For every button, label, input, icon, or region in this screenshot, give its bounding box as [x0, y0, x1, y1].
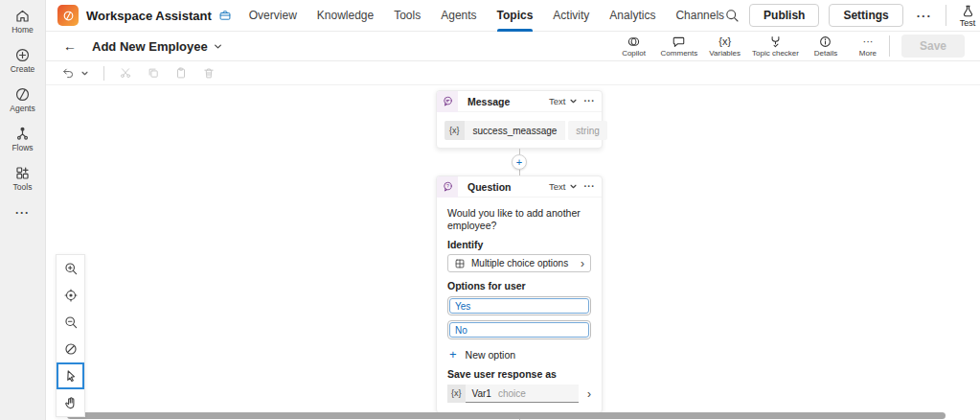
tab-tools[interactable]: Tools	[394, 0, 421, 32]
tab-topics[interactable]: Topics	[497, 0, 534, 32]
zoom-in-button[interactable]	[57, 255, 84, 282]
message-type-dropdown[interactable]: Text	[549, 96, 577, 106]
question-type-dropdown[interactable]: Text	[549, 181, 577, 192]
copy-button[interactable]	[147, 66, 160, 80]
message-node[interactable]: Message Text ··· {x} success_meassage st…	[436, 90, 603, 149]
tab-channels[interactable]: Channels	[675, 0, 724, 32]
chevron-down-icon	[569, 182, 578, 191]
option-field-wrap	[447, 296, 591, 315]
tab-knowledge[interactable]: Knowledge	[317, 0, 374, 32]
message-node-menu-button[interactable]: ···	[578, 96, 603, 106]
identify-select-field[interactable]: Multiple choice options ›	[447, 254, 591, 272]
test-bot-button[interactable]: Test	[956, 4, 980, 28]
save-button[interactable]: Save	[901, 35, 965, 58]
paste-icon	[174, 66, 188, 80]
chevron-right-icon[interactable]: ›	[587, 388, 591, 400]
comment-icon	[672, 35, 686, 49]
cmdbar-more-button[interactable]: ··· More	[847, 33, 889, 59]
chevron-down-icon[interactable]	[214, 42, 222, 51]
select-tool-button[interactable]	[57, 362, 84, 389]
variables-icon: {x}	[718, 35, 731, 49]
zoom-out-icon	[63, 315, 79, 330]
flows-icon	[14, 126, 31, 142]
message-icon	[437, 91, 458, 112]
info-icon	[818, 35, 832, 49]
tools-icon	[14, 165, 31, 181]
topbar-more-button[interactable]: ···	[913, 9, 936, 23]
tab-activity[interactable]: Activity	[553, 0, 589, 32]
option-input-yes[interactable]	[449, 298, 589, 314]
zoom-out-button[interactable]	[57, 309, 84, 336]
divider	[946, 5, 946, 26]
rail-item-create[interactable]: Create	[2, 43, 44, 76]
rail-item-label: Create	[11, 64, 35, 74]
undo-button[interactable]	[61, 66, 75, 80]
question-node-header[interactable]: ? Question Text ···	[437, 176, 602, 198]
options-for-user-label: Options for user	[447, 280, 591, 292]
topic-canvas[interactable]: Message Text ··· {x} success_meassage st…	[46, 85, 980, 420]
add-node-button[interactable]: +	[512, 154, 527, 170]
tab-agents[interactable]: Agents	[441, 0, 476, 32]
rail-more-button[interactable]: ···	[15, 206, 30, 220]
rail-item-label: Flows	[11, 143, 33, 152]
rail-item-label: Agents	[10, 104, 34, 113]
comments-button[interactable]: Comments	[655, 33, 704, 59]
agents-icon	[14, 86, 31, 103]
minimap-toggle-button[interactable]	[57, 336, 84, 362]
message-variable-chip[interactable]: {x} success_meassage string	[444, 121, 607, 140]
variable-name: success_meassage	[465, 121, 566, 140]
search-button[interactable]	[724, 8, 740, 23]
connector: +	[436, 149, 603, 175]
question-node-title: Question	[467, 181, 512, 193]
edit-toolbar	[46, 61, 980, 85]
delete-button[interactable]	[202, 66, 216, 80]
rail-item-flows[interactable]: Flows	[2, 122, 44, 154]
back-button[interactable]: ←	[61, 38, 79, 54]
pan-tool-button[interactable]	[57, 389, 84, 416]
home-icon	[14, 8, 31, 24]
topic-title: Add New Employee	[92, 39, 208, 54]
plus-icon: +	[449, 348, 457, 361]
environment-badge-icon	[218, 9, 232, 22]
question-node-menu-button[interactable]: ···	[578, 181, 603, 192]
left-nav-rail: Home Create Agents Flows Tools ···	[0, 0, 46, 420]
copilot-icon	[627, 35, 641, 49]
tab-overview[interactable]: Overview	[249, 0, 297, 32]
scissors-icon	[119, 66, 132, 80]
flow-column: Message Text ··· {x} success_meassage st…	[436, 90, 603, 420]
publish-button[interactable]: Publish	[749, 4, 819, 27]
tab-analytics[interactable]: Analytics	[609, 0, 655, 32]
new-option-button[interactable]: + New option	[447, 348, 515, 361]
settings-button[interactable]: Settings	[829, 4, 902, 27]
copilot-button[interactable]: Copilot	[613, 33, 655, 59]
rail-item-home[interactable]: Home	[2, 4, 44, 36]
rail-item-tools[interactable]: Tools	[2, 161, 44, 194]
main-tabs: Overview Knowledge Tools Agents Topics A…	[249, 0, 724, 32]
top-bar: Workspace Assistant Overview Knowledge T…	[46, 0, 980, 32]
cut-button[interactable]	[119, 66, 132, 80]
response-variable-field[interactable]: {x} Var1 choice	[447, 385, 579, 403]
undo-chevron-icon[interactable]	[80, 69, 89, 78]
message-node-header[interactable]: Message Text ···	[437, 91, 602, 112]
question-text[interactable]: Would you like to add another employee?	[447, 198, 591, 231]
question-node[interactable]: ? Question Text ··· Would you like to ad…	[436, 175, 603, 413]
variables-button[interactable]: {x} Variables	[703, 33, 746, 59]
response-variable-type: choice	[498, 388, 526, 399]
topic-checker-icon	[768, 35, 783, 49]
paste-button[interactable]	[174, 66, 188, 80]
option-input-no[interactable]	[449, 322, 589, 338]
topic-checker-button[interactable]: Topic checker	[746, 33, 805, 59]
zoom-in-icon	[63, 261, 79, 276]
horizontal-scrollbar	[46, 411, 980, 420]
chevron-down-icon	[569, 97, 578, 105]
rail-item-agents[interactable]: Agents	[2, 82, 44, 115]
svg-text:?: ?	[446, 183, 449, 189]
details-button[interactable]: Details	[805, 33, 847, 59]
cursor-icon	[63, 368, 79, 384]
reset-view-button[interactable]	[57, 282, 84, 309]
save-response-label: Save user response as	[447, 368, 591, 380]
crosshair-icon	[63, 288, 79, 303]
variable-type: string	[568, 121, 606, 140]
horizontal-scrollbar-thumb[interactable]	[67, 412, 946, 419]
app-title: Workspace Assistant	[86, 9, 212, 23]
